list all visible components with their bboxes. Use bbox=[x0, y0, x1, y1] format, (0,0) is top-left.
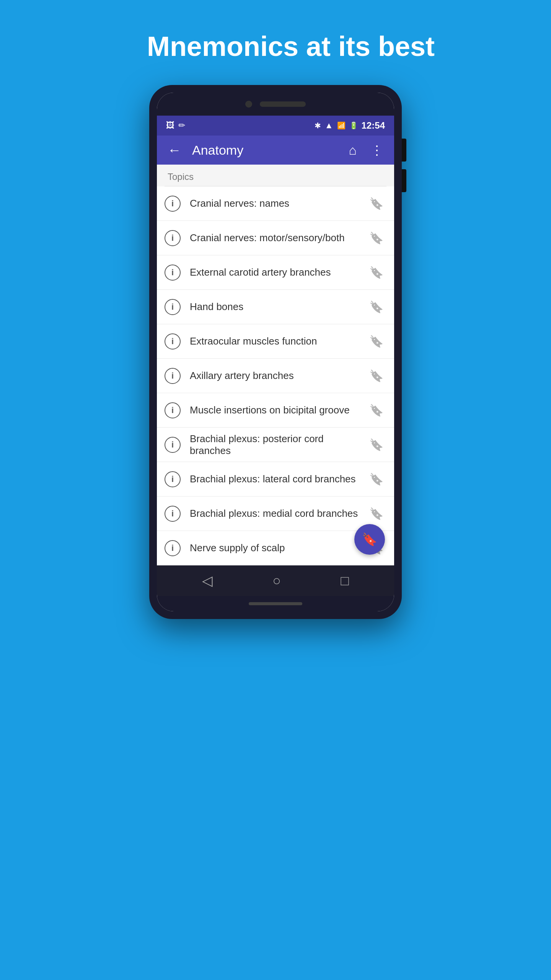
content-area: Topics iCranial nerves: names🔖iCranial n… bbox=[157, 165, 394, 565]
bluetooth-icon: ✱ bbox=[315, 121, 321, 130]
bookmark-icon[interactable]: 🔖 bbox=[366, 366, 386, 385]
phone-screen: 🖼 ✏ ✱ ▲ 📶 🔋 12:54 ← Anatomy ⌂ ⋮ Topics i… bbox=[157, 93, 394, 611]
bookmark-icon[interactable]: 🔖 bbox=[366, 228, 386, 248]
info-icon: i bbox=[165, 333, 181, 350]
topic-item[interactable]: iExternal carotid artery branches🔖 bbox=[157, 255, 394, 290]
page-headline: Mnemonics at its best bbox=[0, 31, 551, 62]
bookmark-icon[interactable]: 🔖 bbox=[366, 435, 386, 454]
info-icon: i bbox=[165, 402, 181, 418]
info-icon: i bbox=[165, 265, 181, 281]
battery-icon: 🔋 bbox=[349, 121, 358, 130]
bookmark-icon[interactable]: 🔖 bbox=[366, 263, 386, 282]
fab-icon: 🔖 bbox=[362, 532, 377, 547]
phone-shell: 🖼 ✏ ✱ ▲ 📶 🔋 12:54 ← Anatomy ⌂ ⋮ Topics i… bbox=[149, 85, 402, 619]
bookmark-icon[interactable]: 🔖 bbox=[366, 469, 386, 489]
fab-bookmark-button[interactable]: 🔖 bbox=[354, 524, 385, 555]
topic-label: Cranial nerves: motor/sensory/both bbox=[190, 232, 366, 244]
home-indicator bbox=[249, 602, 302, 605]
topic-item[interactable]: iCranial nerves: motor/sensory/both🔖 bbox=[157, 221, 394, 255]
bottom-navigation: ◁ ○ □ bbox=[157, 565, 394, 596]
topic-item[interactable]: iBrachial plexus: posterior cord branche… bbox=[157, 428, 394, 462]
app-bar: ← Anatomy ⌂ ⋮ bbox=[157, 136, 394, 165]
topic-label: Brachial plexus: posterior cord branches bbox=[190, 433, 366, 457]
topic-label: Brachial plexus: medial cord branches bbox=[190, 508, 366, 519]
topic-item[interactable]: iBrachial plexus: medial cord branches🔖 bbox=[157, 497, 394, 531]
topic-label: External carotid artery branches bbox=[190, 266, 366, 278]
nav-recent-button[interactable]: □ bbox=[341, 573, 349, 589]
topic-label: Axillary artery branches bbox=[190, 370, 366, 382]
topics-list: iCranial nerves: names🔖iCranial nerves: … bbox=[157, 186, 394, 565]
topic-label: Muscle insertions on bicipital groove bbox=[190, 404, 366, 416]
phone-top-notch bbox=[157, 93, 394, 116]
phone-speaker bbox=[260, 101, 306, 107]
info-icon: i bbox=[165, 506, 181, 522]
topic-item[interactable]: iCranial nerves: names🔖 bbox=[157, 186, 394, 221]
topic-item[interactable]: iHand bones🔖 bbox=[157, 290, 394, 324]
topic-item[interactable]: iBrachial plexus: lateral cord branches🔖 bbox=[157, 462, 394, 497]
topic-label: Nerve supply of scalp bbox=[190, 542, 366, 554]
bookmark-icon[interactable]: 🔖 bbox=[366, 400, 386, 420]
topic-label: Cranial nerves: names bbox=[190, 198, 366, 209]
info-icon: i bbox=[165, 471, 181, 487]
bookmark-icon[interactable]: 🔖 bbox=[366, 332, 386, 351]
section-label: Topics bbox=[157, 165, 394, 186]
bookmark-icon[interactable]: 🔖 bbox=[366, 297, 386, 317]
info-icon: i bbox=[165, 299, 181, 315]
overflow-menu-button[interactable]: ⋮ bbox=[367, 139, 386, 161]
back-button[interactable]: ← bbox=[165, 139, 184, 161]
image-status-icon: 🖼 bbox=[166, 121, 174, 131]
topic-label: Brachial plexus: lateral cord branches bbox=[190, 473, 366, 485]
nav-home-button[interactable]: ○ bbox=[272, 573, 281, 589]
topic-item[interactable]: iExtraocular muscles function🔖 bbox=[157, 324, 394, 359]
info-icon: i bbox=[165, 368, 181, 384]
info-icon: i bbox=[165, 230, 181, 246]
bookmark-icon[interactable]: 🔖 bbox=[366, 504, 386, 523]
status-right-area: ✱ ▲ 📶 🔋 12:54 bbox=[315, 120, 385, 131]
wifi-icon: ▲ bbox=[325, 121, 333, 131]
topic-item[interactable]: iAxillary artery branches🔖 bbox=[157, 359, 394, 393]
topic-label: Extraocular muscles function bbox=[190, 335, 366, 347]
status-time: 12:54 bbox=[362, 120, 385, 131]
topic-label: Hand bones bbox=[190, 301, 366, 313]
phone-bottom-bar bbox=[157, 596, 394, 611]
info-icon: i bbox=[165, 196, 181, 212]
home-button[interactable]: ⌂ bbox=[346, 140, 360, 161]
info-icon: i bbox=[165, 437, 181, 453]
status-bar: 🖼 ✏ ✱ ▲ 📶 🔋 12:54 bbox=[157, 116, 394, 136]
volume-button[interactable] bbox=[402, 139, 406, 162]
bookmark-icon[interactable]: 🔖 bbox=[366, 194, 386, 213]
signal-icon: 📶 bbox=[337, 121, 346, 130]
volume-button-2[interactable] bbox=[402, 169, 406, 192]
front-camera bbox=[245, 101, 252, 108]
topic-item[interactable]: iMuscle insertions on bicipital groove🔖 bbox=[157, 393, 394, 428]
app-bar-title: Anatomy bbox=[192, 143, 338, 158]
edit-status-icon: ✏ bbox=[178, 121, 185, 131]
status-left-icons: 🖼 ✏ bbox=[166, 121, 185, 131]
nav-back-button[interactable]: ◁ bbox=[202, 573, 213, 589]
info-icon: i bbox=[165, 540, 181, 556]
